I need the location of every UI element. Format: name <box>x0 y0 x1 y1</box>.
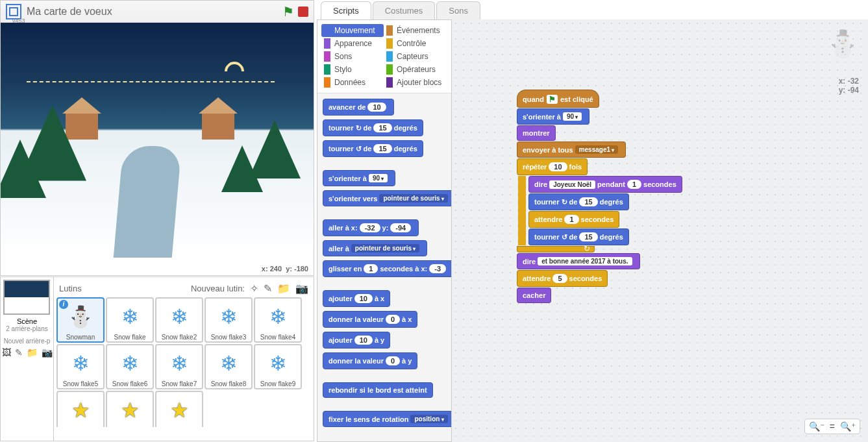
info-icon[interactable]: i <box>59 300 68 309</box>
flake-icon: ❄ <box>164 301 195 332</box>
block-set-x[interactable]: donner la valeur0à x <box>323 311 417 328</box>
category-color-swatch <box>324 77 330 88</box>
category-contrôle[interactable]: Contrôle <box>384 37 446 50</box>
brush-backdrop-icon[interactable]: ✎ <box>15 347 23 358</box>
block-rot-style[interactable]: fixer le sens de rotationposition <box>323 411 451 427</box>
tab-sounds[interactable]: Sons <box>436 1 480 19</box>
script-stack[interactable]: quand⚑est cliqué s'orienter à90 montrer … <box>517 90 682 304</box>
block-point-dir[interactable]: s'orienter à90 <box>323 170 395 186</box>
block-wait-5[interactable]: attendre5secondes <box>517 270 608 287</box>
sprite-name: Snow flake4 <box>255 334 301 341</box>
sprite-item-star3[interactable]: ★Star3 <box>106 391 154 427</box>
block-broadcast[interactable]: envoyer à tousmessage1 <box>517 141 626 158</box>
category-apparence[interactable]: Apparence <box>321 37 384 50</box>
category-sons[interactable]: Sons <box>321 50 384 63</box>
block-point-towards[interactable]: s'orienter verspointeur de souris <box>323 190 451 206</box>
zoom-out-icon[interactable]: 🔍⁻ <box>809 421 825 432</box>
block-move[interactable]: avancer de10 <box>323 99 394 116</box>
block-script-point-dir[interactable]: s'orienter à90 <box>517 108 589 125</box>
sprite-item-snow-flake6[interactable]: ❄Snow flake6 <box>106 344 154 389</box>
category-color-swatch <box>324 51 330 62</box>
block-repeat[interactable]: répéter10fois <box>517 158 588 175</box>
upload-backdrop-icon[interactable]: 📁 <box>27 347 38 358</box>
sprite-item-snow-flake[interactable]: ❄Snow flake <box>106 297 154 343</box>
sprite-item-star2[interactable]: ★Star2 <box>155 391 203 427</box>
block-goto[interactable]: aller àpointeur de souris <box>323 240 427 256</box>
paint-sprite-icon[interactable]: ✎ <box>264 282 272 295</box>
sprite-name: Snow flake5 <box>58 380 103 387</box>
category-color-swatch <box>386 64 393 75</box>
tab-costumes[interactable]: Costumes <box>373 1 436 19</box>
block-when-flag-clicked[interactable]: quand⚑est cliqué <box>517 90 599 108</box>
category-color-swatch <box>386 77 393 88</box>
block-goto-xy[interactable]: aller à x:-32y:-94 <box>323 219 419 236</box>
zoom-reset-icon[interactable]: = <box>830 421 835 432</box>
category-stylo[interactable]: Stylo <box>321 63 384 76</box>
sprite-item-snow-flake4[interactable]: ❄Snow flake4 <box>254 297 302 343</box>
block-list: avancer de10 tourner ↻ de15degrés tourne… <box>317 93 451 442</box>
stage-header: v453 Ma carte de voeux ⚑ <box>1 1 314 23</box>
star-icon: ★ <box>65 395 96 426</box>
block-change-x[interactable]: ajouter10à x <box>323 290 390 307</box>
camera-backdrop-icon[interactable]: 📷 <box>42 347 53 358</box>
sprite-name: Snow flake7 <box>156 380 202 387</box>
category-capteurs[interactable]: Capteurs <box>384 50 446 63</box>
block-turn-ccw[interactable]: tourner ↺ de15degrés <box>323 140 423 157</box>
block-hide[interactable]: cacher <box>517 288 551 303</box>
category-événements[interactable]: Événements <box>384 24 446 37</box>
sprite-item-snow-flake7[interactable]: ❄Snow flake7 <box>155 344 203 389</box>
sprite-area: Lutins Nouveau lutin: ✧ ✎ 📁 📷 i⛄Snowman❄… <box>54 277 314 441</box>
block-say[interactable]: direet bonne année 2017 à tous. <box>517 253 640 269</box>
sprite-item-snow-flake9[interactable]: ❄Snow flake9 <box>254 344 302 389</box>
block-script-turn-cw[interactable]: tourner ↻ de15degrés <box>528 193 629 210</box>
library-sprite-icon[interactable]: ✧ <box>250 282 258 295</box>
block-say-for[interactable]: direJoyeux Noëlpendant1secondes <box>528 176 682 193</box>
new-sprite-label: Nouveau lutin: <box>191 284 245 293</box>
block-script-turn-ccw[interactable]: tourner ↺ de15degrés <box>528 228 629 245</box>
upload-sprite-icon[interactable]: 📁 <box>277 282 290 295</box>
sprite-item-snow-flake2[interactable]: ❄Snow flake2 <box>155 297 203 343</box>
scene-label: Scène <box>3 317 51 325</box>
sprite-item-snow-flake3[interactable]: ❄Snow flake3 <box>205 297 253 343</box>
category-grid: MouvementÉvénementsApparenceContrôleSons… <box>317 20 451 93</box>
project-title[interactable]: Ma carte de voeux <box>27 6 282 18</box>
tab-scripts[interactable]: Scripts <box>321 1 371 19</box>
stop-icon[interactable] <box>298 6 308 17</box>
camera-sprite-icon[interactable]: 📷 <box>295 282 308 295</box>
category-color-swatch <box>324 25 330 36</box>
category-données[interactable]: Données <box>321 76 384 89</box>
paint-backdrop-icon[interactable]: 🖼 <box>2 347 11 358</box>
sprite-panel: Scène 2 arrière-plans Nouvel arrière-p 🖼… <box>0 276 314 441</box>
editor-area: Scripts Costumes Sons MouvementÉvénement… <box>317 0 868 442</box>
block-show[interactable]: montrer <box>517 125 556 141</box>
block-wait-1[interactable]: attendre1secondes <box>528 211 619 228</box>
scene-thumbnail[interactable] <box>3 280 50 315</box>
green-flag-icon[interactable]: ⚑ <box>282 4 294 19</box>
zoom-in-icon[interactable]: 🔍⁺ <box>840 421 856 432</box>
flake-icon: ❄ <box>213 348 244 379</box>
sprites-title: Lutins <box>59 284 191 293</box>
block-set-y[interactable]: donner la valeur0à y <box>323 352 417 369</box>
category-mouvement[interactable]: Mouvement <box>321 24 384 37</box>
sprite-item-snow-flake5[interactable]: ❄Snow flake5 <box>56 344 105 389</box>
stage-canvas[interactable] <box>1 23 314 258</box>
block-glide[interactable]: glisser en1secondes à x:-3 <box>323 260 451 277</box>
block-palette: MouvementÉvénementsApparenceContrôleSons… <box>317 19 452 442</box>
flake-icon: ❄ <box>65 348 96 379</box>
script-canvas[interactable]: ⛄ x: -32 y: -94 quand⚑est cliqué s'orien… <box>452 19 868 442</box>
flag-icon: ⚑ <box>547 95 558 104</box>
sprite-item-snow-flake8[interactable]: ❄Snow flake8 <box>205 344 253 389</box>
sprite-item-snowman[interactable]: i⛄Snowman <box>56 297 105 343</box>
flake-icon: ❄ <box>262 348 293 379</box>
block-bounce[interactable]: rebondir si le bord est atteint <box>323 382 433 398</box>
fullscreen-icon[interactable] <box>6 4 21 19</box>
sprite-item-star1[interactable]: ★Star1 <box>56 391 105 427</box>
category-ajouter blocs[interactable]: Ajouter blocs <box>384 76 446 89</box>
repeat-bottom[interactable] <box>517 246 595 252</box>
category-opérateurs[interactable]: Opérateurs <box>384 63 446 76</box>
sprite-name: Snow flake8 <box>206 380 251 387</box>
sprite-name: Snow flake9 <box>255 380 301 387</box>
block-change-y[interactable]: ajouter10à y <box>323 332 390 349</box>
flake-icon: ❄ <box>114 301 145 332</box>
block-turn-cw[interactable]: tourner ↻ de15degrés <box>323 119 423 136</box>
